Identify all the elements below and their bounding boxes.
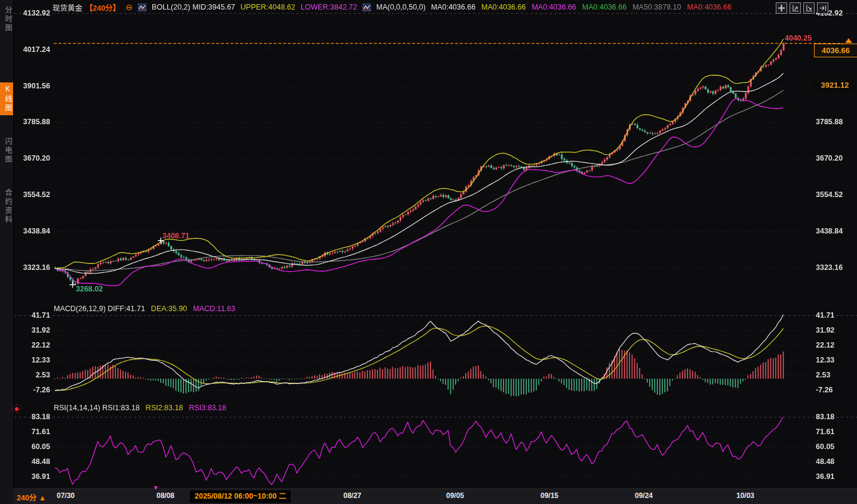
price-axis-label-right: 22.12 bbox=[816, 340, 834, 350]
last-price-badge: 4036.66 bbox=[814, 44, 857, 57]
price-axis-label-right: 41.71 bbox=[816, 311, 834, 320]
live-indicator-icon[interactable] bbox=[12, 404, 21, 416]
price-axis-label-right: 12.33 bbox=[816, 355, 834, 365]
ma-values: MA0:4036.66MA0:4036.66MA0:4036.66MA0:403… bbox=[431, 3, 732, 11]
price-axis-label-left: 48.48 bbox=[16, 457, 50, 466]
macd-header: MACD(26,12,9) DIFF:41.71 DEA:35.90 MACD:… bbox=[54, 305, 235, 313]
price-axis-label-right: 71.61 bbox=[816, 427, 834, 437]
ma-value-4: MA50:3878.10 bbox=[632, 3, 681, 11]
prev-close-badge: 3921.12 bbox=[813, 79, 856, 91]
price-axis-label-left: 3670.20 bbox=[16, 153, 50, 163]
swing-low-label: 3268.02 bbox=[76, 285, 103, 293]
ma-label: MA(0,0,0,50,0) bbox=[376, 3, 426, 11]
price-axis-label-left: 22.12 bbox=[16, 340, 50, 350]
ma-value-2: MA0:4036.66 bbox=[532, 3, 576, 11]
price-axis-label-left: 4017.24 bbox=[16, 45, 50, 54]
x-axis-bar: 240分 ▲ 07/3008/0808/2709/0509/1509/2410/… bbox=[13, 488, 857, 504]
rsi-header: RSI(14,14,14) RSI1:83.18 RSI2:83.18 RSI3… bbox=[54, 404, 226, 412]
x-axis-date-label: 09/24 bbox=[635, 491, 653, 500]
price-axis-label-right: 3785.88 bbox=[816, 117, 843, 127]
x-axis-date-label: 08/08 bbox=[156, 491, 174, 500]
rsi3-value: RSI3:83.18 bbox=[189, 404, 226, 412]
jump-to-latest-icon[interactable] bbox=[817, 2, 828, 14]
price-axis-label-right: 83.18 bbox=[816, 412, 834, 422]
x-axis-date-label: 07/30 bbox=[57, 491, 75, 500]
x-axis-scale-icon[interactable] bbox=[803, 2, 815, 14]
rsi2-value: RSI2:83.18 bbox=[146, 404, 183, 412]
price-axis-label-right: 3323.16 bbox=[816, 263, 843, 272]
last-high-label: 4040.25 bbox=[785, 34, 812, 42]
price-axis-label-left: 3785.88 bbox=[16, 117, 50, 127]
sidebar-item-lightning[interactable]: 闪电图 bbox=[0, 135, 13, 167]
price-axis-label-left: 3901.56 bbox=[16, 81, 50, 91]
price-axis-label-left: 71.61 bbox=[16, 427, 50, 437]
price-axis-label-right: 3554.52 bbox=[816, 190, 843, 199]
ma-value-0: MA0:4036.66 bbox=[431, 3, 475, 11]
price-axis-label-right: 3670.20 bbox=[816, 153, 843, 163]
crosshair-x-marker: ▼ bbox=[153, 484, 159, 491]
price-axis-label-right: 2.53 bbox=[816, 370, 830, 380]
macd-value: MACD:11.63 bbox=[193, 305, 235, 313]
y-axis-scale-icon[interactable] bbox=[790, 2, 801, 14]
x-axis-date-label: 09/05 bbox=[446, 491, 464, 500]
period-label[interactable]: 【240分】 bbox=[85, 2, 120, 13]
x-axis-date-label: 09/15 bbox=[540, 491, 558, 500]
price-axis-label-left: 36.91 bbox=[16, 472, 50, 481]
price-axis-label-right: 3438.84 bbox=[816, 226, 843, 236]
price-axis-label-left: 3323.16 bbox=[16, 263, 50, 272]
price-axis-label-right: 31.92 bbox=[816, 325, 834, 335]
collapse-indicator-icon[interactable]: ⊖ bbox=[125, 3, 133, 11]
price-axis-label-right: 60.05 bbox=[816, 442, 834, 451]
price-axis-label-left: 60.05 bbox=[16, 442, 50, 451]
boll-lower-value: LOWER:3842.72 bbox=[301, 3, 358, 11]
price-axis-label-right: 48.48 bbox=[816, 457, 834, 466]
x-axis-date-label: 08/27 bbox=[343, 491, 361, 500]
sidebar-item-contract-info[interactable]: 合约资料 bbox=[0, 186, 13, 227]
chart-toolbar bbox=[776, 2, 828, 14]
macd-name: MACD(26,12,9) DIFF:41.71 bbox=[54, 305, 145, 313]
price-axis-label-left: 12.33 bbox=[16, 355, 50, 365]
ma-value-5: MA0:4036.66 bbox=[687, 3, 731, 11]
price-axis-label-right: 36.91 bbox=[816, 472, 834, 481]
price-axis-label-left: 3438.84 bbox=[16, 226, 50, 236]
sidebar-item-timeshare[interactable]: 分时图 bbox=[0, 4, 13, 35]
latest-price-arrow-icon bbox=[845, 38, 852, 43]
price-axis-label-left: 4132.92 bbox=[16, 8, 50, 18]
sidebar-item-kline[interactable]: K线图 bbox=[0, 82, 13, 115]
price-axis-label-left: 31.92 bbox=[16, 325, 50, 335]
price-axis-label-left: 3554.52 bbox=[16, 190, 50, 199]
ma-value-1: MA0:4036.66 bbox=[481, 3, 526, 11]
left-sidebar: 分时图 K线图 闪电图 合约资料 bbox=[0, 0, 14, 504]
price-axis-label-right: -7.26 bbox=[816, 385, 833, 395]
symbol-title: 现货黄金 bbox=[53, 2, 82, 13]
swing-high-label: 3408.71 bbox=[162, 232, 189, 240]
price-axis-label-left: 2.53 bbox=[16, 370, 50, 380]
x-axis-date-label: 10/03 bbox=[736, 491, 754, 500]
period-selector[interactable]: 240分 ▲ bbox=[17, 491, 46, 503]
price-axis-label-left: -7.26 bbox=[16, 385, 50, 395]
indicator-header: 现货黄金 【240分】 ⊖ BOLL(20,2) MID:3945.67 UPP… bbox=[53, 2, 732, 13]
ma-value-3: MA0:4036.66 bbox=[582, 3, 626, 11]
move-crosshair-icon[interactable] bbox=[776, 2, 787, 14]
macd-dea-value: DEA:35.90 bbox=[151, 305, 187, 313]
candle-date-tooltip: 2025/08/12 06:00~10:00 二 bbox=[190, 490, 291, 503]
boll-label: BOLL(20,2) MID:3945.67 bbox=[152, 3, 235, 11]
boll-indicator-icon[interactable] bbox=[138, 4, 146, 11]
rsi-name: RSI(14,14,14) RSI1:83.18 bbox=[54, 404, 140, 412]
boll-upper-value: UPPER:4048.62 bbox=[241, 3, 296, 11]
chart-canvas[interactable] bbox=[0, 0, 857, 504]
price-axis-label-left: 41.71 bbox=[16, 311, 50, 320]
ma-indicator-icon[interactable] bbox=[363, 4, 371, 11]
